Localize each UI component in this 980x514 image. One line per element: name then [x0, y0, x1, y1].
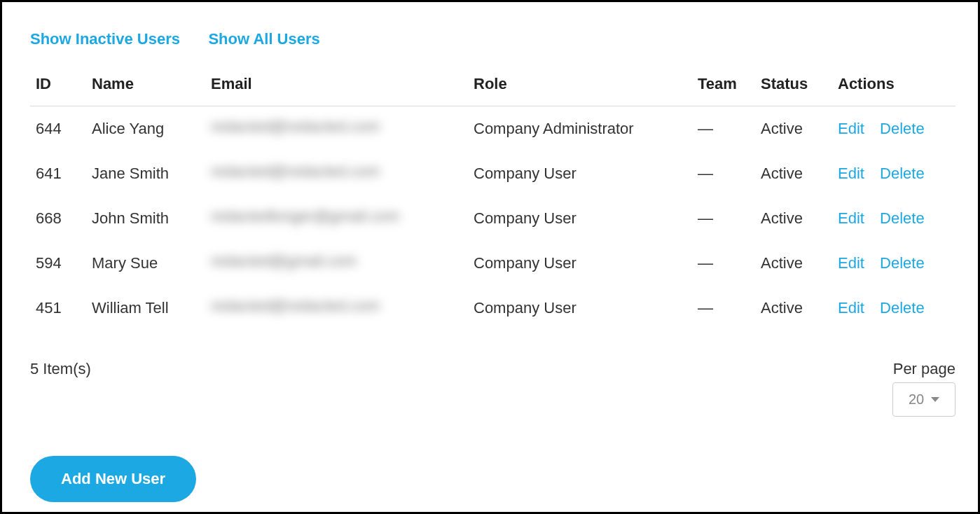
cell-id: 668 — [30, 196, 86, 241]
col-header-team: Team — [692, 68, 755, 106]
cell-id: 641 — [30, 151, 86, 196]
cell-status: Active — [755, 241, 832, 286]
email-blurred: redacted@redacted.com — [211, 297, 380, 315]
col-header-id: ID — [30, 68, 86, 106]
email-blurred: redacted@redacted.com — [211, 118, 380, 136]
edit-link[interactable]: Edit — [838, 299, 864, 317]
cell-role: Company Administrator — [468, 106, 692, 152]
cell-team: — — [692, 196, 755, 241]
table-footer: 5 Item(s) Per page 20 — [30, 360, 955, 417]
cell-email: redacted@redacted.com — [205, 151, 468, 196]
edit-link[interactable]: Edit — [838, 165, 864, 182]
cell-status: Active — [755, 286, 832, 331]
per-page-select[interactable]: 20 — [892, 382, 955, 417]
cell-name: Jane Smith — [86, 151, 205, 196]
cell-actions: Edit Delete — [832, 286, 955, 331]
caret-down-icon — [931, 397, 939, 402]
table-header-row: ID Name Email Role Team Status Actions — [30, 68, 955, 106]
table-row: 641 Jane Smith redacted@redacted.com Com… — [30, 151, 955, 196]
filter-links: Show Inactive Users Show All Users — [30, 30, 955, 48]
table-row: 451 William Tell redacted@redacted.com C… — [30, 286, 955, 331]
page-frame: Show Inactive Users Show All Users ID Na… — [0, 0, 980, 514]
cell-actions: Edit Delete — [832, 106, 955, 152]
add-new-user-button[interactable]: Add New User — [30, 456, 196, 502]
col-header-name: Name — [86, 68, 205, 106]
cell-team: — — [692, 151, 755, 196]
cell-actions: Edit Delete — [832, 241, 955, 286]
cell-actions: Edit Delete — [832, 196, 955, 241]
cell-team: — — [692, 241, 755, 286]
cell-name: William Tell — [86, 286, 205, 331]
cell-email: redactedlonger@gmail.com — [205, 196, 468, 241]
show-all-users-link[interactable]: Show All Users — [208, 30, 319, 48]
edit-link[interactable]: Edit — [838, 120, 864, 137]
cell-name: Mary Sue — [86, 241, 205, 286]
cell-id: 451 — [30, 286, 86, 331]
cell-email: redacted@gmail.com — [205, 241, 468, 286]
col-header-email: Email — [205, 68, 468, 106]
delete-link[interactable]: Delete — [880, 299, 925, 317]
email-blurred: redacted@gmail.com — [211, 252, 357, 270]
cell-name: Alice Yang — [86, 106, 205, 152]
delete-link[interactable]: Delete — [880, 165, 925, 182]
edit-link[interactable]: Edit — [838, 209, 864, 227]
email-blurred: redacted@redacted.com — [211, 162, 380, 181]
users-table: ID Name Email Role Team Status Actions 6… — [30, 68, 955, 331]
cell-role: Company User — [468, 196, 692, 241]
cell-role: Company User — [468, 286, 692, 331]
cell-email: redacted@redacted.com — [205, 106, 468, 152]
per-page-value: 20 — [909, 391, 924, 408]
cell-id: 594 — [30, 241, 86, 286]
delete-link[interactable]: Delete — [880, 209, 925, 227]
show-inactive-users-link[interactable]: Show Inactive Users — [30, 30, 180, 48]
cell-role: Company User — [468, 241, 692, 286]
cell-id: 644 — [30, 106, 86, 152]
items-count: 5 Item(s) — [30, 360, 91, 378]
per-page-label: Per page — [892, 360, 955, 378]
delete-link[interactable]: Delete — [880, 120, 925, 137]
edit-link[interactable]: Edit — [838, 254, 864, 272]
col-header-status: Status — [755, 68, 832, 106]
table-row: 594 Mary Sue redacted@gmail.com Company … — [30, 241, 955, 286]
cell-status: Active — [755, 106, 832, 152]
cell-status: Active — [755, 151, 832, 196]
cell-role: Company User — [468, 151, 692, 196]
cell-status: Active — [755, 196, 832, 241]
cell-actions: Edit Delete — [832, 151, 955, 196]
cell-name: John Smith — [86, 196, 205, 241]
col-header-actions: Actions — [832, 68, 955, 106]
email-blurred: redactedlonger@gmail.com — [211, 207, 399, 225]
cell-email: redacted@redacted.com — [205, 286, 468, 331]
cell-team: — — [692, 286, 755, 331]
delete-link[interactable]: Delete — [880, 254, 925, 272]
cell-team: — — [692, 106, 755, 152]
table-row: 668 John Smith redactedlonger@gmail.com … — [30, 196, 955, 241]
per-page-control: Per page 20 — [892, 360, 955, 417]
col-header-role: Role — [468, 68, 692, 106]
table-row: 644 Alice Yang redacted@redacted.com Com… — [30, 106, 955, 152]
